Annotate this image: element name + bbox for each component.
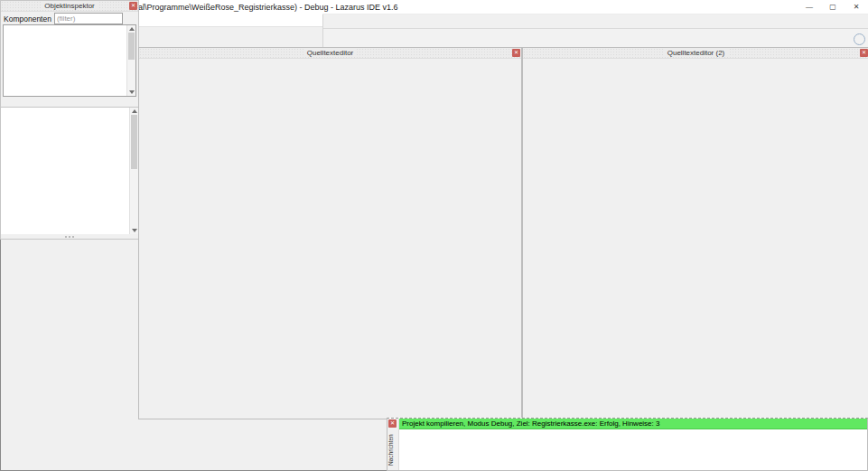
scrollbar[interactable] — [126, 25, 135, 96]
messages-list: Projekt kompilieren, Modus Debug, Ziel: … — [399, 419, 867, 470]
inspector-tabs — [1, 95, 138, 107]
close-icon[interactable]: ✕ — [129, 2, 137, 10]
inspector-options-icon[interactable] — [126, 14, 135, 24]
components-row: Komponenten — [1, 12, 138, 25]
editor-title: Quelltexteditor (2) — [664, 49, 729, 57]
splitter-handle[interactable] — [1, 234, 138, 239]
property-grid — [1, 107, 138, 234]
editor-title: Quelltexteditor — [303, 49, 358, 57]
editor-header: Quelltexteditor (2) ✕ — [523, 48, 868, 59]
source-editor-window: Quelltexteditor ✕ — [138, 47, 522, 419]
build-success-message[interactable]: Projekt kompilieren, Modus Debug, Ziel: … — [399, 419, 867, 429]
close-icon[interactable]: ✕ — [388, 419, 397, 428]
source-editor-window-2: Quelltexteditor (2) ✕ — [522, 47, 868, 419]
window-controls: —▢✕ — [798, 0, 868, 14]
object-inspector-panel: Objektinspektor ✕ Komponenten — [0, 0, 139, 240]
maximize-button[interactable]: ▢ — [821, 0, 845, 14]
components-label: Komponenten — [4, 14, 51, 24]
component-tree — [3, 24, 136, 97]
close-icon[interactable]: ✕ — [860, 49, 868, 57]
components-filter-input[interactable] — [54, 13, 123, 24]
object-inspector-title: Objektinspektor — [41, 2, 98, 10]
palette-options-icon[interactable] — [854, 33, 865, 45]
editor-header: Quelltexteditor ✕ — [139, 48, 521, 59]
lazarus-ide-window: { "window": { "title": "Registrierkasse … — [0, 0, 868, 471]
component-palette — [322, 14, 868, 49]
scrollbar[interactable] — [129, 108, 138, 234]
close-icon[interactable]: ✕ — [512, 49, 520, 57]
messages-tab[interactable]: Nachrichten — [387, 429, 398, 470]
palette-icons — [323, 28, 868, 49]
messages-tab-strip: ✕ Nachrichten — [387, 419, 399, 470]
close-button[interactable]: ✕ — [845, 0, 868, 14]
object-inspector-header: Objektinspektor ✕ — [1, 1, 138, 12]
minimize-button[interactable]: — — [798, 0, 821, 14]
palette-tabs — [323, 14, 868, 28]
messages-panel: ✕ Nachrichten Projekt kompilieren, Modus… — [387, 418, 868, 471]
